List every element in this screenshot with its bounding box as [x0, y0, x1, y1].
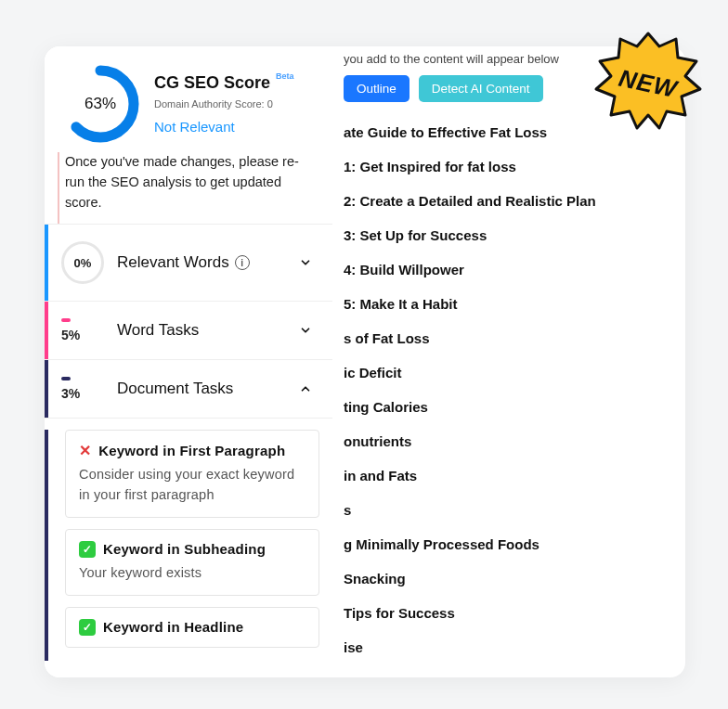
score-title: CG SEO Score: [154, 73, 270, 93]
outline-heading[interactable]: 3: Set Up for Success: [344, 218, 685, 252]
task-title: Keyword in Headline: [103, 619, 243, 635]
new-badge: NEW: [592, 28, 704, 139]
outline-heading[interactable]: g Minimally Processed Foods: [344, 527, 685, 561]
outline-heading[interactable]: ise: [344, 630, 685, 664]
relevant-words-pct: 0%: [61, 241, 104, 284]
check-icon: ✓: [79, 619, 96, 636]
outline-heading[interactable]: ic Deficit: [344, 355, 685, 390]
word-tasks-label: Word Tasks: [117, 321, 199, 340]
outline-heading[interactable]: ting Calories: [344, 390, 685, 424]
document-tasks-label: Document Tasks: [117, 380, 233, 398]
document-tasks-pct: 3%: [61, 386, 80, 401]
task-desc: Consider using your exact keyword in you…: [79, 465, 306, 506]
relevant-words-label: Relevant Words: [117, 253, 229, 272]
relevance-link[interactable]: Not Relevant: [154, 119, 294, 135]
accordion-word-tasks[interactable]: 5% Word Tasks: [45, 302, 332, 360]
outline-heading[interactable]: Tips for Success: [344, 596, 685, 630]
rerun-hint: Once you've made changes, please re-run …: [58, 152, 323, 224]
outline-heading[interactable]: onutrients: [344, 424, 685, 458]
outline-heading[interactable]: 5: Make It a Habit: [344, 287, 685, 321]
outline-heading[interactable]: 4: Build Willpower: [344, 252, 685, 287]
outline-heading[interactable]: 1: Get Inspired for fat loss: [344, 149, 685, 184]
detect-ai-button[interactable]: Detect AI Content: [419, 75, 543, 102]
domain-authority-score: Domain Authority Score: 0: [154, 98, 294, 110]
seo-sidebar: 63% CG SEO Score Beta Domain Authority S…: [45, 46, 332, 677]
task-card[interactable]: ✓ Keyword in Subheading Your keyword exi…: [65, 529, 319, 596]
document-tasks-list: ✕ Keyword in First Paragraph Consider us…: [45, 430, 332, 660]
app-card: 63% CG SEO Score Beta Domain Authority S…: [45, 46, 685, 677]
beta-badge: Beta: [276, 71, 294, 81]
accordion-document-tasks[interactable]: 3% Document Tasks: [45, 360, 332, 419]
task-title: Keyword in First Paragraph: [98, 443, 285, 458]
outline-heading[interactable]: 2: Create a Detailed and Realistic Plan: [344, 184, 685, 218]
task-desc: Your keyword exists: [79, 563, 306, 584]
outline-heading[interactable]: s of Fat Loss: [344, 321, 685, 355]
chevron-up-icon: [297, 380, 314, 397]
outline-list: ate Guide to Effective Fat Loss 1: Get I…: [344, 115, 685, 664]
score-ring: 63%: [61, 65, 139, 143]
outline-heading[interactable]: s: [344, 493, 685, 527]
accordion-relevant-words[interactable]: 0% Relevant Words i: [45, 225, 332, 302]
new-badge-text: NEW: [582, 18, 714, 149]
chevron-down-icon: [297, 254, 314, 271]
task-card[interactable]: ✓ Keyword in Headline: [65, 607, 319, 648]
outline-heading[interactable]: in and Fats: [344, 458, 685, 493]
main-pane: you add to the content will appear below…: [332, 46, 685, 677]
chevron-down-icon: [297, 322, 314, 339]
x-icon: ✕: [79, 442, 91, 459]
outline-heading[interactable]: Snacking: [344, 561, 685, 596]
score-header: 63% CG SEO Score Beta Domain Authority S…: [45, 46, 332, 152]
outline-button[interactable]: Outline: [344, 75, 410, 102]
accordion: 0% Relevant Words i 5% Word Tasks: [45, 224, 332, 660]
word-tasks-pct: 5%: [61, 328, 80, 342]
check-icon: ✓: [79, 541, 96, 558]
info-icon[interactable]: i: [235, 255, 250, 270]
task-title: Keyword in Subheading: [103, 541, 266, 557]
task-card[interactable]: ✕ Keyword in First Paragraph Consider us…: [65, 430, 319, 518]
score-percent: 63%: [61, 65, 139, 143]
